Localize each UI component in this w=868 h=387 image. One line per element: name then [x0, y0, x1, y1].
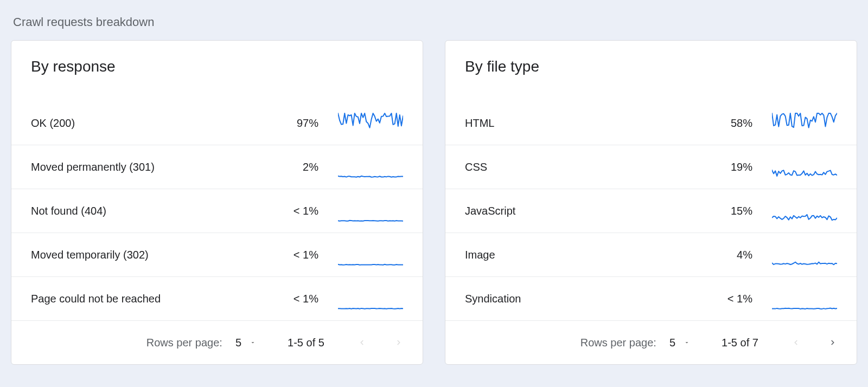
next-page-button[interactable] — [822, 332, 844, 353]
row-label: Page could not be reached — [31, 293, 270, 305]
pager-label: Rows per page: — [580, 337, 656, 349]
page-size-value: 5 — [235, 337, 241, 349]
caret-down-icon — [682, 339, 692, 346]
card-rows: HTML 58% CSS 19% JavaScript 15% Image 4% — [445, 101, 857, 320]
table-row[interactable]: JavaScript 15% — [445, 189, 857, 233]
table-row[interactable]: CSS 19% — [445, 145, 857, 189]
table-row[interactable]: Moved temporarily (302) < 1% — [11, 233, 423, 276]
table-row[interactable]: HTML 58% — [445, 101, 857, 145]
table-row[interactable]: Page could not be reached < 1% — [11, 276, 423, 320]
pager-range: 1-5 of 7 — [710, 337, 770, 349]
table-row[interactable]: OK (200) 97% — [11, 101, 423, 145]
row-pct: 58% — [704, 117, 752, 130]
row-pct: < 1% — [704, 293, 752, 305]
row-label: Not found (404) — [31, 205, 270, 217]
chevron-left-icon — [792, 337, 800, 349]
card-title: By response — [11, 41, 423, 101]
row-label: JavaScript — [465, 205, 704, 217]
chevron-right-icon — [395, 337, 403, 349]
sparkline — [338, 288, 403, 309]
page-size-select[interactable]: 5 — [666, 334, 695, 351]
card-rows: OK (200) 97% Moved permanently (301) 2% … — [11, 101, 423, 320]
sparkline — [338, 244, 403, 266]
card-by-file-type: By file type HTML 58% CSS 19% JavaScript… — [445, 40, 857, 365]
page-size-value: 5 — [669, 337, 675, 349]
row-pct: 15% — [704, 205, 752, 217]
chevron-right-icon — [829, 337, 837, 349]
pager: Rows per page: 5 1-5 of 7 — [445, 320, 857, 364]
sparkline — [772, 288, 837, 309]
crawl-requests-breakdown: Crawl requests breakdown By response OK … — [0, 0, 868, 376]
table-row[interactable]: Not found (404) < 1% — [11, 189, 423, 233]
sparkline — [338, 200, 403, 222]
page-size-select[interactable]: 5 — [232, 334, 261, 351]
card-title: By file type — [445, 41, 857, 101]
sparkline — [772, 200, 837, 222]
next-page-button[interactable] — [388, 332, 410, 353]
row-pct: < 1% — [270, 205, 318, 217]
row-label: Syndication — [465, 293, 704, 305]
pager-range: 1-5 of 5 — [276, 337, 336, 349]
row-label: OK (200) — [31, 117, 270, 130]
prev-page-button[interactable] — [351, 332, 373, 353]
sparkline — [338, 156, 403, 178]
row-label: Moved temporarily (302) — [31, 249, 270, 261]
caret-down-icon — [248, 339, 258, 346]
row-label: Moved permanently (301) — [31, 161, 270, 173]
card-by-response: By response OK (200) 97% Moved permanent… — [11, 40, 423, 365]
row-label: Image — [465, 249, 704, 261]
pager-label: Rows per page: — [146, 337, 222, 349]
row-pct: 2% — [270, 161, 318, 173]
row-label: CSS — [465, 161, 704, 173]
row-pct: 4% — [704, 249, 752, 261]
row-pct: < 1% — [270, 249, 318, 261]
row-pct: 19% — [704, 161, 752, 173]
row-pct: 97% — [270, 117, 318, 130]
prev-page-button[interactable] — [785, 332, 807, 353]
table-row[interactable]: Moved permanently (301) 2% — [11, 145, 423, 189]
cards-container: By response OK (200) 97% Moved permanent… — [11, 40, 857, 365]
sparkline — [772, 112, 837, 134]
chevron-left-icon — [358, 337, 366, 349]
row-pct: < 1% — [270, 293, 318, 305]
sparkline — [338, 112, 403, 134]
table-row[interactable]: Image 4% — [445, 233, 857, 276]
row-label: HTML — [465, 117, 704, 130]
pager: Rows per page: 5 1-5 of 5 — [11, 320, 423, 364]
sparkline — [772, 244, 837, 266]
table-row[interactable]: Syndication < 1% — [445, 276, 857, 320]
sparkline — [772, 156, 837, 178]
section-title: Crawl requests breakdown — [13, 15, 857, 29]
